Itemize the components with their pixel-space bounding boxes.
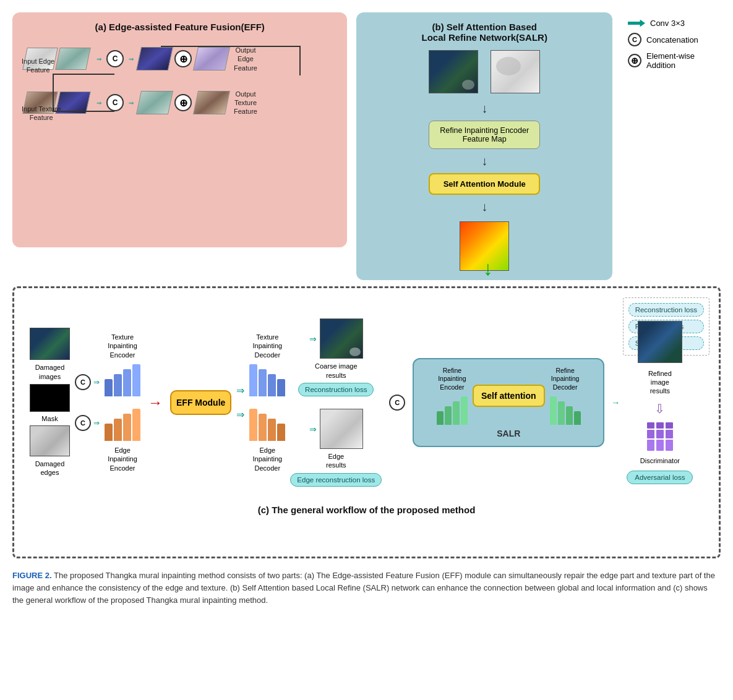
arrow-down-3: ↓ <box>481 200 487 214</box>
concat-top: C <box>75 374 91 390</box>
eff-module: EFF Module <box>170 390 231 415</box>
legend-concat: C Concatenation <box>628 33 714 46</box>
teal-arrow-1: ⇒ <box>93 378 100 386</box>
horiz-connector-1 <box>53 74 114 75</box>
concat-row-top: C ⇒ <box>75 374 100 390</box>
concat-circle-bottom: C <box>106 94 124 111</box>
disc-bar <box>656 430 664 438</box>
mask-image <box>30 384 70 412</box>
workflow-title: (c) The general workflow of the proposed… <box>24 505 709 515</box>
salr-inner: ↓ Refine Inpainting Encoder Feature Map … <box>366 50 603 271</box>
coarse-result-col: ⇒ Coarse imageresults Reconstruction los… <box>298 318 374 396</box>
decoders-col: TextureInpaintingDecoder <box>249 333 285 472</box>
refine-enc-col: RefineInpaintingEncoder <box>437 367 468 425</box>
feedback-line-top <box>161 46 301 47</box>
edge-result-row: ⇒ <box>309 409 363 449</box>
disc-stack-2 <box>656 422 664 451</box>
coarse-result-row: ⇒ <box>309 318 363 359</box>
coarse-image <box>320 318 363 359</box>
vertical-connector <box>53 74 54 111</box>
panel-eff-title: (a) Edge-assisted Feature Fusion(EFF) <box>22 22 338 32</box>
salr-top-images <box>429 50 540 93</box>
legend-panel: Conv 3×3 C Concatenation ⊕ Element-wiseA… <box>622 12 721 76</box>
disc-bar <box>666 440 673 451</box>
self-attn-center: Self attention <box>473 385 545 407</box>
texture-decoder-stack <box>249 364 285 396</box>
red-arrow: → <box>148 394 163 411</box>
edge-image <box>320 409 363 449</box>
legend-concat-label: Concatenation <box>646 35 698 45</box>
legend-conv: Conv 3×3 <box>628 19 714 28</box>
arrow-down-2: ↓ <box>481 154 487 168</box>
disc-bar <box>656 440 664 451</box>
refine-dec-col: RefineInpaintingDecoder <box>550 367 581 425</box>
arrow-coarse: ⇒ <box>309 334 317 344</box>
concat-salr-input: C <box>389 395 405 411</box>
refine-dec-label: RefineInpaintingDecoder <box>551 367 580 392</box>
disc-bar <box>647 422 654 429</box>
damaged-edge-image <box>30 425 70 456</box>
texture-dec-col: TextureInpaintingDecoder <box>249 333 285 396</box>
texture-encoder-stack <box>105 364 140 396</box>
edge-result-col: ⇒ Edgeresults Edge reconstruction loss <box>290 409 382 487</box>
concat-bottom: C <box>75 415 91 431</box>
reconstruction-loss-top: Reconstruction loss <box>628 303 704 317</box>
disc-stack-3 <box>666 422 673 451</box>
salr-input-image-light <box>491 50 540 93</box>
eff-to-dec-arrows: ⇒ ⇒ <box>236 385 244 420</box>
purple-arrow-down: ⇩ <box>654 401 665 416</box>
refine-encoder-box: Refine Inpainting Encoder Feature Map <box>429 121 540 149</box>
refine-enc-label: RefineInpaintingEncoder <box>438 367 466 392</box>
adversarial-loss: Adversarial loss <box>627 471 693 484</box>
edge-encoder-stack <box>105 409 140 441</box>
coarse-image-label: Coarse imageresults <box>315 362 357 380</box>
figure-caption-text: The proposed Thangka mural inpainting me… <box>12 571 715 605</box>
panel-salr: (b) Self Attention BasedLocal Refine Net… <box>356 12 612 280</box>
arrow-to-edge-dec: ⇒ <box>236 409 244 420</box>
arrow-to-refined: → <box>611 398 620 408</box>
workflow-row: Damagedimages Mask Damagededges C ⇒ C ⇒ <box>24 301 709 498</box>
reconstruction-loss-2: Reconstruction loss <box>298 383 374 396</box>
edge-enc-col: EdgeInpaintingEncoder <box>105 409 140 472</box>
panel-eff: (a) Edge-assisted Feature Fusion(EFF) ⇒ … <box>12 12 347 247</box>
refine-decoder-stack <box>550 396 581 425</box>
horiz-connector-2 <box>53 111 114 112</box>
concat-icon: C <box>628 33 641 46</box>
figure-label: FIGURE 2. <box>12 571 52 580</box>
plus-circle-top: ⊕ <box>174 50 192 67</box>
mask-label: Mask <box>41 415 58 422</box>
self-attention-box: Self Attention Module <box>429 173 540 195</box>
arrow-edge: ⇒ <box>309 424 317 434</box>
output-diamond-top <box>193 47 230 70</box>
concat-row-bottom: C ⇒ <box>75 415 100 431</box>
disc-bar <box>647 430 654 438</box>
disc-bar <box>656 422 664 429</box>
discriminator-label: Discriminator <box>640 457 680 464</box>
disc-bar <box>666 422 673 429</box>
plus-icon: ⊕ <box>628 54 641 67</box>
discriminator-stacks <box>647 422 673 451</box>
edge-decoder-stack <box>249 409 285 441</box>
panel-workflow: ↓ Reconstruction loss Perception loss St… <box>12 286 721 558</box>
top-row: (a) Edge-assisted Feature Fusion(EFF) ⇒ … <box>12 12 721 280</box>
arrow-to-tex-dec: ⇒ <box>236 385 244 396</box>
arrow-down-1: ↓ <box>481 101 487 116</box>
disc-bar <box>647 440 654 451</box>
refined-image <box>638 321 682 363</box>
edge-enc-label: EdgeInpaintingEncoder <box>108 446 137 472</box>
legend-addition-label: Element-wiseAddition <box>646 51 695 70</box>
salr-box-label: SALR <box>497 429 520 438</box>
disc-bar <box>666 430 673 438</box>
process-diamond-bottom <box>136 91 173 114</box>
figure-caption: FIGURE 2. The proposed Thangka mural inp… <box>12 570 721 607</box>
damaged-images-label: Damagedimages <box>35 363 65 381</box>
conv-arrow-icon <box>628 20 645 27</box>
output-diamond-bottom <box>193 91 230 114</box>
salr-input-image-dark <box>429 50 478 93</box>
disc-stack-1 <box>647 422 654 451</box>
salr-big-box: RefineInpaintingEncoder Self attention <box>413 358 604 448</box>
panel-salr-title: (b) Self Attention BasedLocal Refine Net… <box>366 22 603 43</box>
inputs-col: Damagedimages Mask Damagededges <box>30 328 70 477</box>
refine-encoder-stack <box>437 396 468 425</box>
concat-circle-top: C <box>106 50 124 67</box>
